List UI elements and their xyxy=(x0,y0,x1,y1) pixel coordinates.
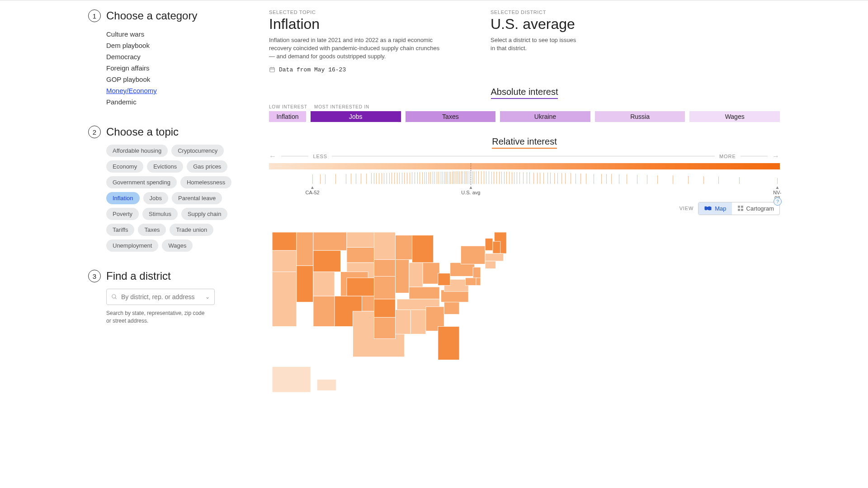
cartogram-toggle-button[interactable]: Cartogram xyxy=(732,202,779,215)
view-toggle: Map Cartogram xyxy=(698,202,780,215)
svg-point-0 xyxy=(112,295,116,298)
map-region[interactable] xyxy=(313,296,335,326)
topic-chip[interactable]: Trade union xyxy=(170,224,213,236)
category-item[interactable]: GOP playbook xyxy=(106,74,242,85)
topic-chip[interactable]: Inflation xyxy=(106,192,140,204)
map-region[interactable] xyxy=(412,235,434,263)
selected-district-value: U.S. average xyxy=(491,16,581,33)
category-item[interactable]: Pandemic xyxy=(106,96,242,108)
category-item[interactable]: Culture wars xyxy=(106,28,242,40)
svg-rect-2 xyxy=(270,68,275,72)
map-region[interactable] xyxy=(410,310,426,334)
map-region[interactable] xyxy=(423,263,439,284)
map-region[interactable] xyxy=(493,241,500,253)
map-region[interactable] xyxy=(374,259,396,276)
map-region[interactable] xyxy=(374,276,396,299)
us-map-icon xyxy=(704,206,712,211)
step-3-title: Find a district xyxy=(106,270,171,282)
category-item[interactable]: Money/Economy xyxy=(106,85,242,96)
relative-marker: ▲CA-52 xyxy=(305,185,319,195)
topic-chip[interactable]: Stimulus xyxy=(142,208,178,220)
map-region[interactable] xyxy=(347,277,374,296)
category-item[interactable]: Foreign affairs xyxy=(106,62,242,74)
map-toggle-button[interactable]: Map xyxy=(698,202,731,215)
map-region[interactable] xyxy=(272,366,311,392)
category-item[interactable]: Democracy xyxy=(106,51,242,62)
district-search[interactable]: ⌄ xyxy=(106,289,215,305)
topic-chip[interactable]: Tariffs xyxy=(106,224,134,236)
map-region[interactable] xyxy=(347,247,374,263)
map-region[interactable] xyxy=(272,232,297,250)
step-3-number: 3 xyxy=(88,270,101,282)
map-region[interactable] xyxy=(396,235,412,259)
district-search-input[interactable] xyxy=(121,293,205,300)
topic-chip[interactable]: Gas prices xyxy=(187,160,227,173)
low-interest-label: LOW INTEREST xyxy=(269,104,314,109)
map-region[interactable] xyxy=(485,238,493,250)
selected-topic-label: SELECTED TOPIC xyxy=(269,9,472,15)
help-button[interactable]: ? xyxy=(774,197,782,206)
selected-district-desc: Select a district to see top issues in t… xyxy=(491,36,581,52)
topic-chip[interactable]: Evictions xyxy=(147,160,183,173)
map-region[interactable] xyxy=(374,317,396,338)
relative-interest-title: Relative interest xyxy=(492,136,557,149)
map-region[interactable] xyxy=(313,250,341,272)
map-region[interactable] xyxy=(374,232,396,259)
map-region[interactable] xyxy=(317,379,336,390)
map-toggle-label: Map xyxy=(715,205,726,212)
us-choropleth-map[interactable] xyxy=(269,220,780,405)
map-region[interactable] xyxy=(313,272,335,296)
map-region[interactable] xyxy=(444,300,459,314)
map-region[interactable] xyxy=(465,277,477,285)
topic-chip[interactable]: Parental leave xyxy=(172,192,222,204)
map-region[interactable] xyxy=(441,290,469,302)
map-region[interactable] xyxy=(409,287,439,299)
svg-rect-8 xyxy=(738,209,740,211)
step-1-number: 1 xyxy=(88,9,101,22)
topic-chip[interactable]: Homelessness xyxy=(180,176,231,188)
map-region[interactable] xyxy=(409,263,423,287)
map-region[interactable] xyxy=(347,232,374,247)
map-region[interactable] xyxy=(438,326,459,360)
map-region[interactable] xyxy=(297,232,313,265)
absolute-bar: Jobs xyxy=(311,111,401,122)
map-region[interactable] xyxy=(297,266,313,302)
map-region[interactable] xyxy=(313,232,347,250)
topic-chip[interactable]: Cryptocurrency xyxy=(171,145,224,157)
map-region[interactable] xyxy=(450,263,475,276)
relative-distribution-ticks xyxy=(269,171,780,184)
map-region[interactable] xyxy=(461,246,485,264)
category-list: Culture warsDem playbookDemocracyForeign… xyxy=(88,28,242,108)
map-region[interactable] xyxy=(374,299,396,317)
step-1-title: Choose a category xyxy=(106,9,197,22)
topic-chip[interactable]: Supply chain xyxy=(181,208,227,220)
topic-chip[interactable]: Economy xyxy=(106,160,143,173)
map-region[interactable] xyxy=(485,261,496,268)
more-label: MORE xyxy=(719,154,736,159)
step-2-number: 2 xyxy=(88,126,101,138)
map-region[interactable] xyxy=(476,277,481,285)
map-region[interactable] xyxy=(396,310,411,334)
topic-chip[interactable]: Government spending xyxy=(106,176,177,188)
topic-chip[interactable]: Unemployment xyxy=(106,239,158,252)
absolute-bar: Ukraine xyxy=(500,111,590,122)
topic-chip[interactable]: Poverty xyxy=(106,208,139,220)
topic-chip[interactable]: Wages xyxy=(162,239,193,252)
category-item[interactable]: Dem playbook xyxy=(106,40,242,51)
topic-chip[interactable]: Jobs xyxy=(143,192,168,204)
relative-marker: ▲U.S. avg xyxy=(461,185,480,195)
map-region[interactable] xyxy=(438,273,450,285)
absolute-interest-bars: InflationJobsTaxesUkraineRussiaWages xyxy=(269,111,780,122)
topic-chip[interactable]: Taxes xyxy=(138,224,166,236)
map-region[interactable] xyxy=(485,253,503,261)
arrow-right-icon: → xyxy=(772,152,780,160)
topic-chip[interactable]: Affordable housing xyxy=(106,145,168,157)
absolute-bar: Taxes xyxy=(406,111,496,122)
grid-icon xyxy=(737,205,744,211)
map-region[interactable] xyxy=(396,259,409,293)
district-search-help: Search by state, representative, zip cod… xyxy=(106,310,206,325)
svg-rect-7 xyxy=(741,206,743,208)
map-region[interactable] xyxy=(272,272,297,326)
map-region[interactable] xyxy=(272,250,297,272)
absolute-bar: Russia xyxy=(595,111,685,122)
